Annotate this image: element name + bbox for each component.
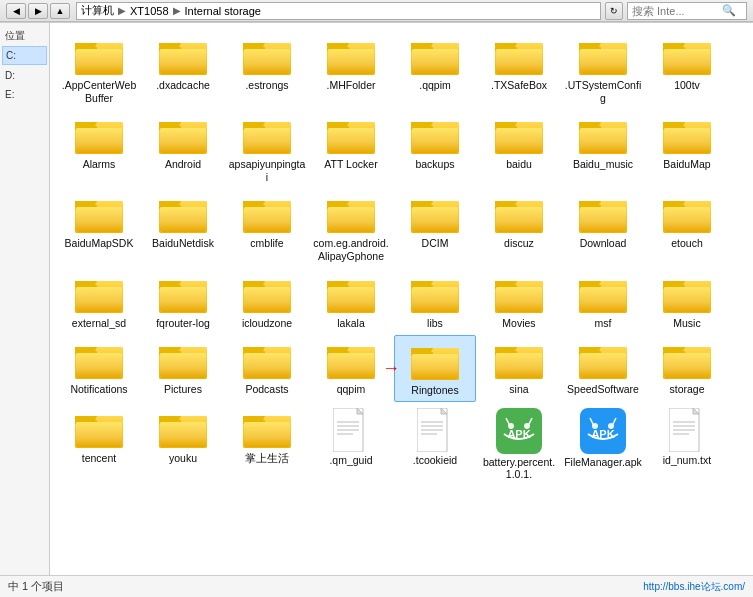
svg-rect-143 <box>664 207 710 232</box>
file-item-pictures[interactable]: Pictures <box>142 335 224 402</box>
folder-icon <box>579 193 627 235</box>
file-item--utsystemconfig[interactable]: .UTSystemConfig <box>562 31 644 108</box>
file-item--txsafebox[interactable]: .TXSafeBox <box>478 31 560 108</box>
file-item-libs[interactable]: libs <box>394 269 476 334</box>
forward-button[interactable]: ▶ <box>28 3 48 19</box>
file-item-baidumap[interactable]: BaiduMap <box>646 110 728 187</box>
file-item-alarms[interactable]: Alarms <box>58 110 140 187</box>
file-item-android[interactable]: Android <box>142 110 224 187</box>
file-item-tencent[interactable]: tencent <box>58 404 140 485</box>
file-item--dxadcache[interactable]: .dxadcache <box>142 31 224 108</box>
svg-rect-233 <box>580 353 626 378</box>
svg-marker-171 <box>411 281 433 285</box>
file-item--appcenterwebbuffer[interactable]: .AppCenterWebBuffer <box>58 31 140 108</box>
file-item-download[interactable]: Download <box>562 189 644 266</box>
svg-rect-203 <box>160 353 206 378</box>
file-area[interactable]: .AppCenterWebBuffer .dxadcache <box>50 23 753 575</box>
file-item-baidunetdisk[interactable]: BaiduNetdisk <box>142 189 224 266</box>
file-label: tencent <box>82 452 116 465</box>
svg-rect-149 <box>76 287 122 312</box>
file-item--tcookieid[interactable]: .tcookieid <box>394 404 476 485</box>
file-item-baidu-music[interactable]: Baidu_music <box>562 110 644 187</box>
file-label: Notifications <box>70 383 127 396</box>
search-box[interactable]: 🔍 <box>627 2 747 20</box>
svg-rect-173 <box>412 287 458 312</box>
file-label: .qqpim <box>419 79 451 92</box>
file-item-backups[interactable]: backups <box>394 110 476 187</box>
file-item-apsapiyunpingtai[interactable]: apsapiyunpingtai <box>226 110 308 187</box>
file-label: sina <box>509 383 528 396</box>
breadcrumb-xt1058[interactable]: XT1058 <box>130 5 169 17</box>
file-item-discuz[interactable]: discuz <box>478 189 560 266</box>
file-item-msf[interactable]: msf <box>562 269 644 334</box>
svg-marker-3 <box>75 43 97 47</box>
file-label: qqpim <box>337 383 366 396</box>
svg-rect-113 <box>244 207 290 232</box>
file-item--qm-guid[interactable]: .qm_guid <box>310 404 392 485</box>
sidebar-item-d[interactable]: D: <box>2 67 47 84</box>
sidebar-item-e[interactable]: E: <box>2 86 47 103</box>
svg-marker-213 <box>327 347 349 351</box>
folder-icon <box>159 35 207 77</box>
file-item-com-eg-android-alipaygphone[interactable]: com.eg.android.AlipayGphone <box>310 189 392 266</box>
folder-icon <box>663 35 711 77</box>
file-item-storage[interactable]: storage <box>646 335 728 402</box>
svg-marker-243 <box>75 416 97 420</box>
file-item-external-sd[interactable]: external_sd <box>58 269 140 334</box>
svg-rect-59 <box>160 128 206 153</box>
file-label: apsapiyunpingtai <box>228 158 306 183</box>
file-item-lakala[interactable]: lakala <box>310 269 392 334</box>
svg-rect-77 <box>412 128 458 153</box>
main-container: 位置 C: D: E: .AppCenterWebBuffer <box>0 22 753 575</box>
file-item-dcim[interactable]: DCIM <box>394 189 476 266</box>
svg-marker-51 <box>75 122 97 126</box>
file-item--estrongs[interactable]: .estrongs <box>226 31 308 108</box>
file-item--mhfolder[interactable]: .MHFolder <box>310 31 392 108</box>
file-item-battery-percent-1-0-1-[interactable]: APK battery.percent.1.0.1. <box>478 404 560 485</box>
file-item-fqrouter-log[interactable]: fqrouter-log <box>142 269 224 334</box>
svg-marker-45 <box>663 43 685 47</box>
svg-rect-95 <box>664 128 710 153</box>
svg-marker-69 <box>327 122 349 126</box>
file-item--qqpim[interactable]: .qqpim <box>394 31 476 108</box>
breadcrumb-internal-storage[interactable]: Internal storage <box>185 5 261 17</box>
file-label: .TXSafeBox <box>491 79 547 92</box>
file-item-movies[interactable]: Movies <box>478 269 560 334</box>
svg-marker-15 <box>243 43 265 47</box>
file-item-baidumapsdk[interactable]: BaiduMapSDK <box>58 189 140 266</box>
file-label: .qm_guid <box>329 454 372 467</box>
breadcrumb-computer[interactable]: 计算机 <box>81 3 114 18</box>
file-item-att-locker[interactable]: ATT Locker <box>310 110 392 187</box>
file-item-baidu[interactable]: baidu <box>478 110 560 187</box>
up-button[interactable]: ▲ <box>50 3 70 19</box>
file-item-speedsoftware[interactable]: SpeedSoftware <box>562 335 644 402</box>
file-item-notifications[interactable]: Notifications <box>58 335 140 402</box>
file-item-podcasts[interactable]: Podcasts <box>226 335 308 402</box>
sidebar-item-c[interactable]: C: <box>2 46 47 65</box>
svg-rect-5 <box>76 49 122 74</box>
file-item-cmblife[interactable]: cmblife <box>226 189 308 266</box>
svg-rect-167 <box>328 287 374 312</box>
file-item-sina[interactable]: sina <box>478 335 560 402</box>
file-item-qqpim[interactable]: qqpim <box>310 335 392 402</box>
file-label: .dxadcache <box>156 79 210 92</box>
file-item-icloudzone[interactable]: icloudzone <box>226 269 308 334</box>
file-item-youku[interactable]: youku <box>142 404 224 485</box>
file-item-----[interactable]: 掌上生活 <box>226 404 308 485</box>
file-item-etouch[interactable]: etouch <box>646 189 728 266</box>
file-item-id-num-txt[interactable]: id_num.txt <box>646 404 728 485</box>
file-item-ringtones[interactable]: Ringtones <box>394 335 476 402</box>
svg-marker-183 <box>579 281 601 285</box>
back-button[interactable]: ◀ <box>6 3 26 19</box>
refresh-button[interactable]: ↻ <box>605 2 623 20</box>
file-label: Download <box>580 237 627 250</box>
svg-rect-191 <box>664 287 710 312</box>
search-input[interactable] <box>632 5 722 17</box>
file-label: battery.percent.1.0.1. <box>480 456 558 481</box>
svg-rect-41 <box>580 49 626 74</box>
folder-icon <box>327 339 375 381</box>
file-item-filemanager-apk[interactable]: APK FileManager.apk <box>562 404 644 485</box>
file-item-music[interactable]: Music <box>646 269 728 334</box>
file-item-100tv[interactable]: 100tv <box>646 31 728 108</box>
address-bar[interactable]: 计算机 ▶ XT1058 ▶ Internal storage <box>76 2 601 20</box>
